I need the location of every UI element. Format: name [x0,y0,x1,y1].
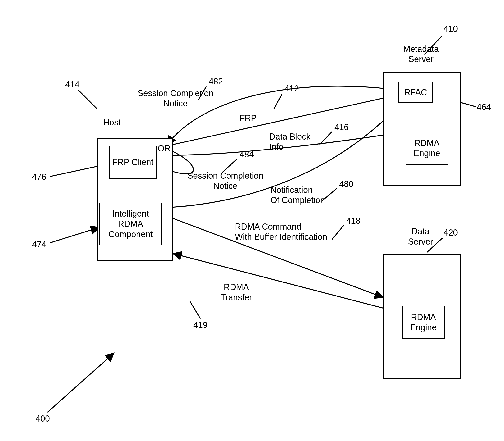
label-notification-completion: Notification Of Completion [270,185,325,205]
ref-414: 414 [65,79,80,90]
label-session-completion-482: Session Completion Notice [137,88,214,109]
rdma-engine-data-label: RDMA Engine [405,312,442,332]
rdma-engine-data-box: RDMA Engine [402,306,445,339]
ref-418: 418 [346,216,360,226]
ref-416: 416 [335,122,349,132]
ref-412: 412 [285,83,299,94]
metadata-server-label: Metadata Server [403,44,439,64]
frp-client-label: FRP Client [112,157,153,167]
intelligent-rdma-label: Intelligent RDMA Component [102,208,159,239]
ref-400: 400 [35,413,50,424]
rfac-label: RFAC [404,87,427,97]
ref-484: 484 [239,149,254,159]
ref-464: 464 [477,102,491,112]
ref-480: 480 [339,179,353,189]
label-session-completion-484: Session Completion Notice [187,171,263,191]
rfac-box: RFAC [399,82,433,103]
intelligent-rdma-box: Intelligent RDMA Component [99,203,162,245]
ref-420: 420 [443,227,458,238]
host-label: Host [103,117,121,127]
ref-419: 419 [193,320,207,330]
ref-482: 482 [209,76,223,86]
ref-410: 410 [443,24,458,34]
label-data-block-info: Data Block Info [269,131,310,152]
data-server-label: Data Server [408,226,433,247]
ref-474: 474 [32,239,46,250]
rdma-engine-meta-box: RDMA Engine [405,131,448,165]
or-label: OR [158,143,170,154]
diagram-canvas: Host FRP Client OR Intelligent RDMA Comp… [0,0,504,441]
rdma-engine-meta-label: RDMA Engine [409,138,445,158]
label-frp: FRP [239,113,257,123]
frp-client-box: FRP Client [109,146,156,179]
ref-476: 476 [32,172,46,182]
label-rdma-transfer: RDMA Transfer [220,282,252,302]
label-rdma-command: RDMA Command With Buffer Identification [235,221,327,242]
